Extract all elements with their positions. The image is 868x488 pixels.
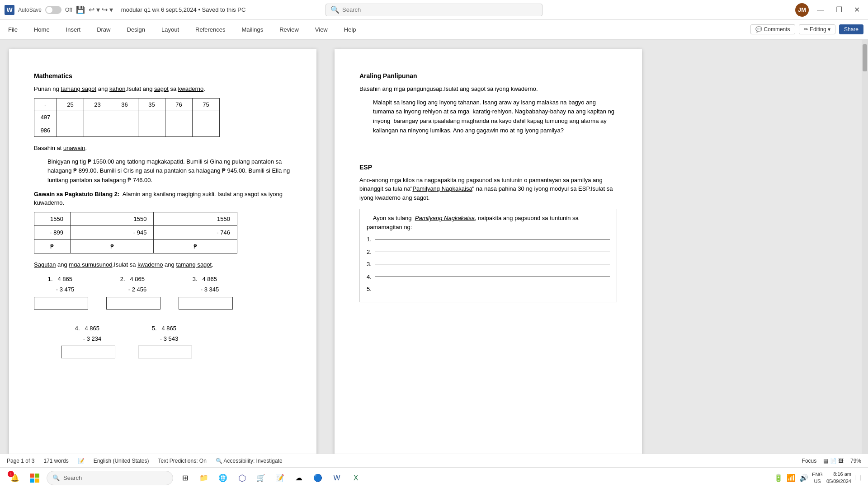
time: 8:16 am xyxy=(826,471,851,478)
search-icon: 🔍 xyxy=(330,5,340,14)
ribbon-tab-review[interactable]: Review xyxy=(276,24,302,35)
taskbar-app-teams[interactable]: ⬡ xyxy=(234,470,250,486)
answer-box-3[interactable] xyxy=(179,297,233,310)
restore-button[interactable]: ❐ xyxy=(832,5,846,14)
notification-area[interactable]: 1 🔔 xyxy=(7,470,23,486)
taskbar-search[interactable]: 🔍 Search xyxy=(47,471,173,485)
taskbar-app-edge2[interactable]: 🔵 xyxy=(310,470,326,486)
answer-box-4[interactable] xyxy=(61,346,115,358)
esp-line-rule xyxy=(375,289,610,289)
show-desktop-icon[interactable]: ▕ xyxy=(855,475,861,480)
ribbon-tab-mailings[interactable]: Mailings xyxy=(238,24,267,35)
taskbar-app-onedrive[interactable]: ☁ xyxy=(291,470,307,486)
scrollbar[interactable] xyxy=(862,40,868,454)
ribbon-tab-insert[interactable]: Insert xyxy=(62,24,85,35)
problem-eq: 2. 4 865 - 2 456 xyxy=(120,274,147,295)
esp-section: ESP Ano-anong mga kilos na nagpapakita n… xyxy=(359,163,617,302)
ribbon-tab-references[interactable]: References xyxy=(192,24,229,35)
avatar: JM xyxy=(795,3,809,17)
table-row: - 899 - 945 - 746 xyxy=(34,226,237,240)
proofing-icon[interactable]: 📝 xyxy=(78,458,85,464)
table-cell: 75 xyxy=(193,98,220,111)
ribbon-right: 💬 Comments ✏ Editing ▾ Share xyxy=(750,24,863,34)
search-icon: 🔍 xyxy=(52,474,60,481)
taskbar-app-store[interactable]: 🛒 xyxy=(253,470,269,486)
search-label: Search xyxy=(63,474,82,481)
table-cell xyxy=(138,124,165,137)
undo-redo: ↩ ▾ ↪ ▾ xyxy=(89,5,113,14)
table-cell: - xyxy=(34,98,57,111)
scrollbar-thumb[interactable] xyxy=(863,44,867,71)
ribbon-tab-design[interactable]: Design xyxy=(123,24,149,35)
svg-rect-1 xyxy=(35,474,39,478)
word-count: 171 words xyxy=(43,458,68,464)
svg-rect-3 xyxy=(35,479,39,483)
table-cell: - 945 xyxy=(70,226,154,240)
ribbon-tab-draw[interactable]: Draw xyxy=(93,24,114,35)
ribbon-tab-file[interactable]: File xyxy=(5,24,21,35)
toggle-knob xyxy=(46,7,52,13)
answer-box-1[interactable] xyxy=(34,297,88,310)
page-count: Page 1 of 3 xyxy=(7,458,34,464)
battery-icon: 🔋 xyxy=(774,474,783,482)
svg-rect-0 xyxy=(30,474,34,478)
taskbar-app-excel[interactable]: X xyxy=(348,470,364,486)
redo-more-icon[interactable]: ▾ xyxy=(109,5,113,14)
search-input[interactable] xyxy=(342,6,538,13)
problem-eq: 5. 4 865 - 3 543 xyxy=(152,323,179,344)
taskbar-app-word[interactable]: W xyxy=(329,470,345,486)
accessibility-label[interactable]: 🔍 Accessibility: Investigate xyxy=(216,458,283,464)
date: 05/09/2024 xyxy=(826,478,851,485)
ribbon-tab-home[interactable]: Home xyxy=(30,24,53,35)
esp-line-2: 2. xyxy=(367,248,610,257)
share-button[interactable]: Share xyxy=(839,24,863,34)
table-row: 986 xyxy=(34,124,220,137)
table-cell: 36 xyxy=(111,98,138,111)
comments-button[interactable]: 💬 Comments xyxy=(750,24,795,34)
ribbon-tab-help[interactable]: Help xyxy=(340,24,360,35)
clock: 8:16 am 05/09/2024 xyxy=(826,471,851,485)
focus-btn[interactable]: Focus xyxy=(802,458,817,464)
minimize-button[interactable]: — xyxy=(813,6,828,14)
table-cell xyxy=(84,124,111,137)
problem-2: 2. 4 865 - 2 456 xyxy=(106,274,160,310)
taskbar-app-edge[interactable]: 🌐 xyxy=(215,470,231,486)
taskbar-app-notepad[interactable]: 📝 xyxy=(272,470,288,486)
autosave-toggle[interactable] xyxy=(45,6,61,14)
table-cell: 986 xyxy=(34,124,57,137)
table-cell xyxy=(111,111,138,124)
problem-eq: 3. 4 865 - 3 345 xyxy=(193,274,219,295)
ap-section-title: Araling Panlipunan xyxy=(359,71,617,81)
table-row: ₱ ₱ ₱ xyxy=(34,239,237,253)
problem-3: 3. 4 865 - 3 345 xyxy=(179,274,233,310)
table-cell: 35 xyxy=(138,98,165,111)
ribbon-tab-view[interactable]: View xyxy=(311,24,331,35)
redo-icon[interactable]: ↪ xyxy=(102,5,108,14)
esp-line-5: 5. xyxy=(367,285,610,294)
answer-box-2[interactable] xyxy=(106,297,160,310)
table-cell: 1550 xyxy=(154,212,237,226)
search-box[interactable]: 🔍 xyxy=(326,4,542,16)
taskbar-app-explorer[interactable]: 📁 xyxy=(196,470,212,486)
undo-icon[interactable]: ↩ xyxy=(89,5,94,14)
close-button[interactable]: ✕ xyxy=(850,5,863,14)
start-button[interactable] xyxy=(27,470,43,486)
math-instruction1: Punan ng tamang sagot ang kahon.Isulat a… xyxy=(34,84,292,94)
view-icons[interactable]: ▤ 📄 🖼 xyxy=(823,458,844,464)
esp-box-intro-text: Ayon sa tulang Pamilyang Nagkakaisa, nai… xyxy=(367,214,610,231)
save-icon[interactable]: 💾 xyxy=(76,5,85,14)
text-predictions[interactable]: Text Predictions: On xyxy=(158,458,207,464)
esp-line-3: 3. xyxy=(367,260,610,269)
table-cell xyxy=(193,111,220,124)
editing-button[interactable]: ✏ Editing ▾ xyxy=(799,24,835,34)
volume-icon: 🔊 xyxy=(799,474,808,482)
ribbon-tab-layout[interactable]: Layout xyxy=(158,24,183,35)
table-cell: ₱ xyxy=(34,239,71,253)
esp-line-num: 4. xyxy=(367,272,372,282)
table-cell: ₱ xyxy=(154,239,237,253)
undo-dropdown-icon[interactable]: ▾ xyxy=(96,5,100,14)
answer-box-5[interactable] xyxy=(138,346,192,358)
table-cell xyxy=(84,111,111,124)
math-paragraph: Binigyan ng tig ₱ 1550.00 ang tatlong ma… xyxy=(47,157,292,185)
taskbar-app-taskview[interactable]: ⊞ xyxy=(177,470,193,486)
